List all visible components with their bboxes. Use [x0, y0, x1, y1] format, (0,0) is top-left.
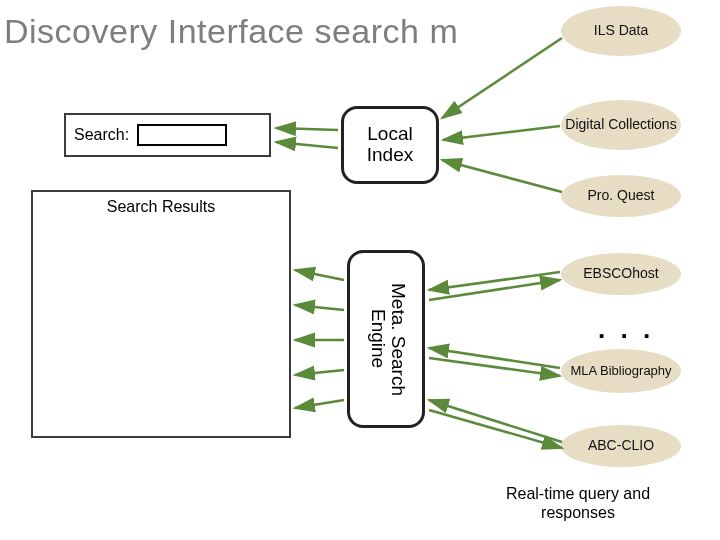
- svg-line-2: [442, 160, 562, 192]
- local-index-node: Local Index: [341, 106, 439, 184]
- source-proquest: Pro. Quest: [561, 175, 681, 217]
- svg-line-6: [429, 280, 560, 300]
- footer-caption: Real-time query and responses: [468, 484, 688, 522]
- search-box: Search:: [64, 113, 271, 157]
- svg-line-4: [276, 142, 338, 148]
- source-ebscohost: EBSCOhost: [561, 253, 681, 295]
- svg-line-12: [295, 305, 344, 310]
- source-abc-clio: ABC-CLIO: [561, 425, 681, 467]
- search-results-heading: Search Results: [39, 198, 283, 216]
- svg-line-9: [429, 400, 562, 442]
- svg-line-7: [429, 348, 560, 368]
- meta-search-engine-node: Meta. Search Engine: [347, 250, 425, 428]
- source-mla-bibliography: MLA Bibliography: [561, 349, 681, 393]
- ellipsis-icon: . . .: [598, 314, 654, 345]
- page-title: Discovery Interface search m: [4, 12, 458, 51]
- svg-line-11: [295, 270, 344, 280]
- svg-line-10: [429, 410, 562, 448]
- search-label: Search:: [74, 126, 129, 144]
- search-input[interactable]: [137, 124, 227, 146]
- svg-line-1: [443, 126, 560, 140]
- source-digital-collections: Digital Collections: [561, 100, 681, 150]
- search-results-panel: Search Results: [31, 190, 291, 438]
- svg-line-14: [295, 370, 344, 375]
- svg-line-5: [429, 272, 560, 290]
- svg-line-0: [442, 38, 562, 118]
- svg-line-15: [295, 400, 344, 408]
- svg-line-8: [429, 358, 560, 376]
- source-ils-data: ILS Data: [561, 6, 681, 56]
- meta-search-engine-label: Meta. Search Engine: [368, 253, 408, 425]
- svg-line-3: [276, 128, 338, 130]
